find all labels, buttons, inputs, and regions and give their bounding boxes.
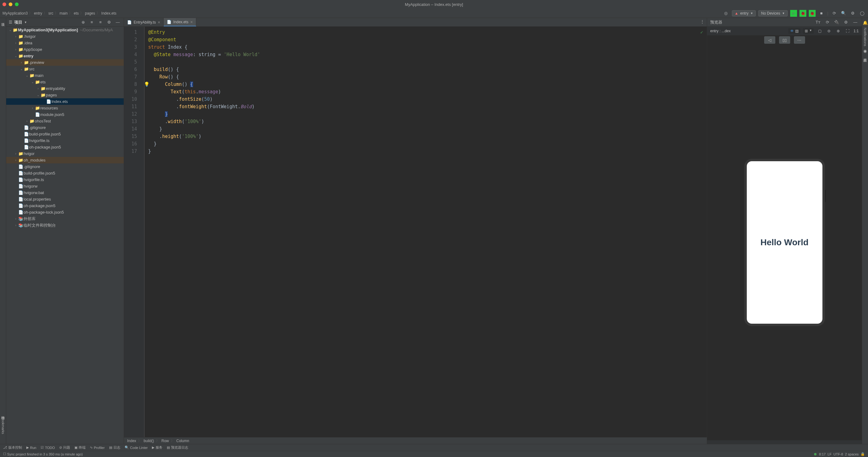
tree-item[interactable]: 📄oh-package.json5 [6,144,124,150]
breadcrumb-item[interactable]: MyApplication3 [2,11,28,16]
zoom-out-icon[interactable]: ⊖ [826,28,832,34]
zoom-in-icon[interactable]: ⊕ [835,28,842,34]
inspector-icon[interactable]: ◉ [863,49,867,53]
log-tab[interactable]: ▤ 日志 [109,445,120,450]
code-editor[interactable]: ✓ 💡 @Entry@Componentstruct Index { @Stat… [145,27,707,437]
breadcrumb-item[interactable]: main [60,11,68,16]
tree-item[interactable]: 📄hvigorw.bat [6,189,124,196]
scrollbar[interactable] [707,440,862,444]
fold-gutter[interactable] [140,27,145,437]
tree-item[interactable]: 📄Index.ets [6,98,124,105]
prev-hide-icon[interactable]: — [852,19,859,26]
device-selector[interactable]: No Devices▼ [758,10,787,17]
coverage-icon[interactable]: 🐞 [809,10,816,17]
tree-item[interactable]: ⌄📁ets [6,79,124,85]
tree-item[interactable]: 📄.gitignore [6,163,124,170]
prev-back-icon[interactable]: ◁ [764,36,775,44]
editor-tab[interactable]: 📄EntryAbility.ts× [124,18,164,26]
project-tree[interactable]: ⌄📁MyApplication3 [MyApplication]~/Docume… [6,27,124,444]
tree-item[interactable]: 📄build-profile.json5 [6,131,124,138]
tree-item[interactable]: 📄hvigorfile.ts [6,138,124,144]
search-icon[interactable]: 🔍 [840,10,847,17]
bell-icon[interactable]: 🔔 [863,21,868,25]
tree-item[interactable]: 📄oh-package-lock.json5 [6,209,124,215]
run-tab[interactable]: ▶ Run [26,446,36,450]
tree-item[interactable]: 📄module.json5 [6,111,124,118]
user-icon[interactable]: ◯ [859,10,866,17]
tree-item[interactable]: 📄hvigorw [6,183,124,189]
todo-tab[interactable]: ☑ TODO [41,446,55,450]
tree-item[interactable]: ›📁entryability [6,85,124,92]
tree-item[interactable]: ›📁AppScope [6,46,124,53]
tree-root[interactable]: ⌄📁MyApplication3 [MyApplication]~/Docume… [6,27,124,33]
prev-settings-icon[interactable]: ⚙ [843,19,849,26]
breadcrumb-item[interactable]: entry [34,11,42,16]
struct-breadcrumbs[interactable]: Index〉build()〉Row〉Column [124,437,707,444]
target-icon[interactable]: ◎ [723,10,730,17]
device-screen[interactable]: Hello World [747,161,823,324]
indent[interactable]: 2 spaces [845,452,859,456]
tree-item[interactable]: ⌄📁src [6,66,124,72]
lock-icon[interactable]: 🔒 [861,452,865,456]
tree-item[interactable]: ›📁hvigor [6,150,124,157]
encoding[interactable]: UTF-8 [834,452,843,456]
line-separator[interactable]: LF [828,452,832,456]
tree-item[interactable]: ›📚临时文件和控制台 [6,222,124,228]
cursor-position[interactable]: 8:17 [819,452,826,456]
tree-item[interactable]: 📄hvigorfile.ts [6,176,124,183]
debug-icon[interactable]: 🐞 [800,10,806,17]
tabs-menu-icon[interactable]: ⋮ [700,19,704,24]
close-icon[interactable]: × [158,20,160,25]
collapse-icon[interactable]: ≡ [97,19,104,26]
refresh-icon[interactable]: ⟳ [824,19,831,26]
problems-tab[interactable]: ⊘ 问题 [59,445,70,450]
bulb-icon[interactable]: 💡 [144,81,150,88]
view-mode-icon[interactable]: 👁▤ [788,28,800,34]
tree-item[interactable]: ⌄📁main [6,72,124,79]
tree-item[interactable]: ›📁resources [6,105,124,111]
profiler-tab[interactable]: ∿ Profiler [90,446,105,450]
locate-icon[interactable]: ⊕ [80,19,87,26]
tree-item[interactable]: ›📁.idea [6,40,124,46]
run-icon[interactable]: ▶ [790,10,797,17]
minimize-window[interactable] [9,2,12,6]
struct-crumb[interactable]: Column [176,439,189,443]
tree-item[interactable]: 📄oh-package.json5 [6,203,124,209]
settings-icon[interactable]: ⚙ [849,10,856,17]
linter-tab[interactable]: 🔍 Code Linter [125,446,148,450]
tree-item[interactable]: ›📁ohosTest [6,118,124,124]
struct-crumb[interactable]: build() [144,439,154,443]
panel-settings-icon[interactable]: ⚙ [106,19,113,26]
editor-tab[interactable]: 📄Index.ets× [164,18,196,26]
tree-item[interactable]: ›📁oh_modules [6,157,124,163]
prev-tabs-icon[interactable]: ▯▯ [779,36,790,44]
tree-item[interactable]: 📄.gitignore [6,124,124,131]
tree-item[interactable]: ›📁.preview [6,59,124,66]
maximize-window[interactable] [15,2,19,6]
stop-icon[interactable]: ■ [818,10,825,17]
grid-icon[interactable]: ⊞▼ [803,28,814,34]
close-window[interactable] [2,2,6,6]
struct-crumb[interactable]: Row [161,439,169,443]
tree-item[interactable]: ⌄📁entry [6,53,124,59]
bookmarks-tab[interactable]: Bookmarks [1,417,5,434]
version-control-tab[interactable]: ⎇ 版本控制 [3,445,22,450]
close-icon[interactable]: × [190,20,193,25]
crop-icon[interactable]: ▢ [816,28,823,34]
notifications-tab[interactable]: Notifications [863,28,867,46]
services-tab[interactable]: ▶ 服务 [152,445,162,450]
breadcrumb-item[interactable]: ets [74,11,79,16]
tree-item[interactable]: 📄local.properties [6,196,124,203]
tree-item[interactable]: ⌄📁pages [6,92,124,98]
preview-log-tab[interactable]: ▤ 预览器日志 [167,445,188,450]
text-icon[interactable]: Tᴛ [815,19,822,26]
breadcrumb-item[interactable]: Index.ets [101,11,117,16]
sync-icon[interactable]: ⟳ [831,10,838,17]
tree-item[interactable]: ›📚外部库 [6,215,124,222]
tree-item[interactable]: 📄build-profile.json5 [6,170,124,176]
prev-more-icon[interactable]: ⋯ [794,36,805,44]
breadcrumb-item[interactable]: pages [85,11,95,16]
panel-hide-icon[interactable]: — [114,19,121,26]
fullscreen-icon[interactable]: ⛶ [844,28,851,34]
breadcrumbs[interactable]: MyApplication3〉entry〉src〉main〉ets〉pages〉… [2,10,117,16]
